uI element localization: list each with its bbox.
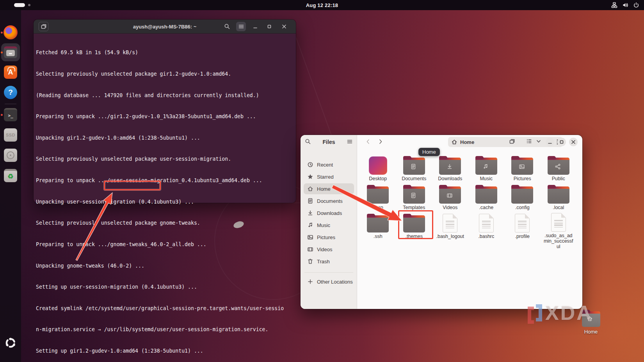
grid-item-label: .themes bbox=[406, 234, 423, 239]
dock-item-help[interactable]: ? bbox=[3, 85, 18, 100]
desktop-folder-icon bbox=[369, 156, 387, 175]
sidebar-item-label: Music bbox=[317, 222, 330, 228]
home-icon bbox=[451, 139, 457, 145]
grid-item-label: .sudo_as_admin_successful bbox=[543, 233, 574, 249]
dock-item-terminal[interactable]: >_ bbox=[3, 107, 18, 122]
grid-item-music[interactable]: Music bbox=[468, 155, 505, 184]
grid-item-bash-logout[interactable]: .bash_logout bbox=[432, 213, 468, 242]
terminal-line: (Reading database ... 147920 files and d… bbox=[36, 92, 294, 99]
grid-item-ssh[interactable]: .ssh bbox=[360, 213, 396, 242]
dock-item-disk[interactable] bbox=[3, 148, 18, 163]
grid-item-documents[interactable]: Documents bbox=[396, 155, 432, 184]
text-file-icon bbox=[551, 213, 566, 232]
sidebar-item-label: Downloads bbox=[317, 210, 342, 216]
app-center-icon: A bbox=[4, 66, 17, 79]
grid-item-label: .profile bbox=[515, 234, 530, 239]
help-question-mark: ? bbox=[8, 88, 13, 97]
terminal-close-button[interactable] bbox=[279, 22, 289, 31]
network-icon bbox=[611, 2, 617, 8]
files-menu-button[interactable] bbox=[347, 138, 353, 145]
files-minimize-button[interactable] bbox=[546, 138, 554, 146]
system-tray[interactable] bbox=[611, 0, 639, 10]
grid-item-local[interactable]: .local bbox=[541, 184, 577, 213]
terminal-line: Fetched 69.5 kB in 1s (54.9 kB/s) bbox=[36, 49, 294, 56]
dock-item-show-apps[interactable] bbox=[3, 335, 18, 350]
sidebar-item-starred[interactable]: Starred bbox=[304, 171, 354, 182]
trash-dock-icon: ♻ bbox=[4, 169, 17, 182]
terminal-line: Unpacking user-session-migration (0.4.1u… bbox=[36, 199, 294, 206]
dock-item-ssd-drive[interactable]: SSD bbox=[3, 128, 18, 142]
dock-item-trash[interactable]: ♻ bbox=[3, 168, 18, 183]
firefox-icon bbox=[4, 25, 18, 39]
sidebar-item-pictures[interactable]: Pictures bbox=[304, 232, 354, 243]
dock-item-firefox[interactable] bbox=[3, 25, 18, 40]
terminal-titlebar[interactable]: ayush@ayush-MS-7B86: ~ bbox=[34, 20, 296, 34]
view-options-chevron[interactable] bbox=[535, 138, 542, 144]
sidebar-item-label: Starred bbox=[317, 174, 334, 180]
back-button[interactable] bbox=[365, 138, 371, 145]
ssd-label: SSD bbox=[6, 133, 15, 137]
grid-item-profile[interactable]: .profile bbox=[504, 213, 541, 242]
grid-item-pictures[interactable]: Pictures bbox=[504, 155, 541, 184]
ssd-drive-icon: SSD bbox=[4, 128, 17, 142]
help-icon: ? bbox=[4, 86, 17, 99]
folder-icon bbox=[367, 186, 389, 204]
sidebar-item-documents[interactable]: Documents bbox=[304, 195, 354, 206]
files-maximize-button[interactable] bbox=[557, 138, 566, 146]
sidebar-item-label: Other Locations bbox=[317, 279, 353, 285]
sidebar-item-other-locations[interactable]: Other Locations bbox=[304, 276, 354, 287]
terminal-line: n-migration.service → /usr/lib/systemd/u… bbox=[36, 326, 294, 333]
terminal-line: Setting up user-session-migration (0.4.1… bbox=[36, 284, 294, 291]
grid-item-label: .local bbox=[553, 205, 564, 210]
files-headerbar: Home bbox=[357, 135, 582, 149]
watermark-bracket-red bbox=[528, 307, 534, 324]
grid-item-templates[interactable]: Templates bbox=[396, 184, 432, 213]
folder-icon bbox=[403, 215, 425, 232]
current-location-label: Home bbox=[460, 139, 474, 145]
sidebar-item-trash[interactable]: Trash bbox=[304, 256, 354, 267]
terminal-running-dot bbox=[1, 114, 3, 116]
text-file-icon bbox=[515, 214, 530, 232]
sidebar-item-home[interactable]: Home bbox=[304, 183, 354, 194]
forward-button[interactable] bbox=[377, 138, 384, 145]
sidebar-item-videos[interactable]: Videos bbox=[304, 244, 354, 255]
tabs-overview-button[interactable] bbox=[509, 138, 515, 144]
grid-item-bashrc[interactable]: .bashrc bbox=[468, 213, 505, 242]
terminal-line: Selecting previously unselected package … bbox=[36, 156, 294, 163]
terminal-menu-button[interactable] bbox=[236, 22, 246, 31]
grid-item-downloads[interactable]: Downloads bbox=[432, 155, 468, 184]
folder-icon bbox=[439, 186, 461, 204]
grid-item-cache[interactable]: .cache bbox=[468, 184, 505, 213]
sidebar-item-recent[interactable]: Recent bbox=[304, 159, 354, 170]
grid-item-sudo-as-admin-successful[interactable]: .sudo_as_admin_successful bbox=[541, 213, 577, 242]
sidebar-divider bbox=[304, 272, 353, 273]
list-view-toggle-button[interactable] bbox=[526, 138, 532, 144]
files-close-button[interactable] bbox=[569, 138, 578, 146]
terminal-minimize-button[interactable] bbox=[250, 22, 260, 31]
sidebar-item-downloads[interactable]: Downloads bbox=[304, 208, 354, 218]
grid-item-themes[interactable]: .themes bbox=[396, 213, 432, 242]
grid-item-config[interactable]: .config bbox=[504, 184, 541, 213]
grid-item-videos[interactable]: Videos bbox=[432, 184, 468, 213]
dock-item-files[interactable] bbox=[3, 45, 18, 60]
grid-item-label: .bashrc bbox=[478, 234, 494, 239]
grid-item-snap[interactable]: snap bbox=[360, 184, 396, 213]
disk-icon bbox=[4, 149, 17, 162]
dock-divider bbox=[5, 104, 16, 104]
terminal-maximize-button[interactable] bbox=[264, 22, 274, 31]
terminal-line: Selecting previously unselected package … bbox=[36, 71, 294, 78]
grid-item-desktop[interactable]: Desktop bbox=[360, 155, 396, 184]
sidebar-item-label: Trash bbox=[317, 259, 330, 264]
folder-icon bbox=[439, 158, 461, 175]
grid-item-label: Videos bbox=[443, 205, 457, 210]
folder-icon bbox=[548, 186, 569, 204]
grid-item-public[interactable]: Public bbox=[541, 155, 577, 184]
terminal-window: ayush@ayush-MS-7B86: ~ Fetched 69.5 kB i… bbox=[34, 20, 296, 203]
terminal-search-button[interactable] bbox=[222, 22, 232, 31]
dock-item-software[interactable]: A bbox=[3, 65, 18, 80]
clock[interactable]: Aug 12 22:18 bbox=[0, 2, 644, 8]
sidebar-item-music[interactable]: Music bbox=[304, 220, 354, 231]
terminal-output[interactable]: Fetched 69.5 kB in 1s (54.9 kB/s) Select… bbox=[34, 34, 296, 203]
text-file-icon bbox=[479, 214, 494, 232]
terminal-prompt-glyph: >_ bbox=[8, 113, 13, 118]
